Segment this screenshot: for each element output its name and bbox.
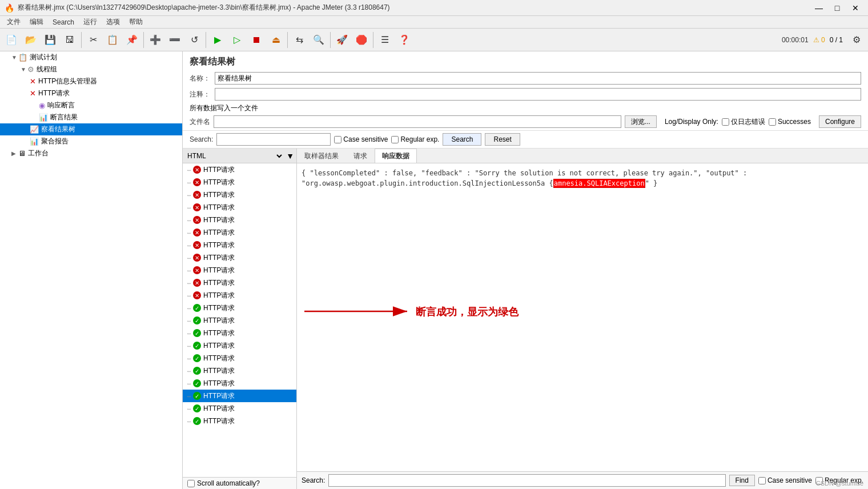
paste-button[interactable]: 📌 bbox=[123, 31, 141, 49]
menu-edit[interactable]: 编辑 bbox=[25, 16, 48, 28]
tree-label-thread: 线程组 bbox=[37, 65, 57, 74]
request-item-13[interactable]: ↔ ✓ HTTP请求 bbox=[183, 314, 296, 327]
clear-button[interactable]: ↺ bbox=[185, 31, 203, 49]
req-label-13: HTTP请求 bbox=[203, 316, 235, 326]
tree-item-http-request[interactable]: ✕ HTTP请求 bbox=[0, 87, 182, 99]
request-item-10[interactable]: ↔ ✕ HTTP请求 bbox=[183, 276, 296, 289]
req-label-17: HTTP请求 bbox=[203, 366, 235, 376]
search-input-top[interactable] bbox=[216, 133, 331, 146]
configure-button[interactable]: Configure bbox=[819, 115, 861, 128]
successes-checkbox[interactable] bbox=[769, 118, 776, 126]
menu-options[interactable]: 选项 bbox=[102, 16, 124, 28]
tree-item-assert-result[interactable]: 📊 断言结果 bbox=[0, 111, 182, 123]
request-item-3[interactable]: ↔ ✕ HTTP请求 bbox=[183, 189, 296, 201]
toolbar-extra-btn[interactable]: ⚙ bbox=[847, 31, 866, 49]
start-no-pause-button[interactable]: ▷ bbox=[228, 31, 246, 49]
close-button[interactable]: ✕ bbox=[847, 2, 863, 14]
regex-label[interactable]: Regular exp. bbox=[391, 135, 439, 143]
tree-item-workbench[interactable]: ▶ 🖥 工作台 bbox=[0, 147, 182, 159]
menu-file[interactable]: 文件 bbox=[2, 16, 25, 28]
reset-button[interactable]: Reset bbox=[485, 133, 520, 146]
errors-checkbox-label[interactable]: 仅日志错误 bbox=[722, 117, 765, 127]
remote-stop-button[interactable]: 🛑 bbox=[352, 31, 371, 49]
tree-item-result-tree[interactable]: 📈 察看结果树 bbox=[0, 123, 182, 135]
request-item-1[interactable]: ↔ ✕ HTTP请求 bbox=[183, 163, 296, 176]
request-item-7[interactable]: ↔ ✕ HTTP请求 bbox=[183, 239, 296, 251]
analyze-button[interactable]: 🔍 bbox=[310, 31, 328, 49]
request-item-15[interactable]: ↔ ✓ HTTP请求 bbox=[183, 339, 296, 352]
open-button[interactable]: 📂 bbox=[22, 31, 40, 49]
req-label-4: HTTP请求 bbox=[203, 203, 235, 213]
tree-item-http-header[interactable]: ✕ HTTP信息头管理器 bbox=[0, 75, 182, 87]
request-item-19[interactable]: ↔ ✓ HTTP请求 bbox=[183, 390, 296, 402]
request-item-21[interactable]: ↔ ✓ HTTP请求 bbox=[183, 415, 296, 427]
toggle-button[interactable]: ⇆ bbox=[290, 31, 308, 49]
remote-start-button[interactable]: 🚀 bbox=[333, 31, 351, 49]
tree-item-thread-group[interactable]: ▼ ⚙ 线程组 bbox=[0, 63, 182, 75]
search-button[interactable]: Search bbox=[443, 133, 481, 146]
maximize-button[interactable]: □ bbox=[829, 2, 845, 14]
request-item-6[interactable]: ↔ ✕ HTTP请求 bbox=[183, 226, 296, 239]
req-label-1: HTTP请求 bbox=[203, 165, 235, 175]
bottom-search-input[interactable] bbox=[328, 474, 725, 487]
start-button[interactable]: ▶ bbox=[208, 31, 227, 49]
view-format-select[interactable]: HTML Text JSON XML Regexp Tester bbox=[183, 150, 284, 162]
request-item-20[interactable]: ↔ ✓ HTTP请求 bbox=[183, 402, 296, 415]
menu-search[interactable]: Search bbox=[48, 17, 79, 27]
save-button[interactable]: 💾 bbox=[41, 31, 59, 49]
browse-button[interactable]: 浏览... bbox=[625, 115, 657, 128]
request-item-2[interactable]: ↔ ✕ HTTP请求 bbox=[183, 176, 296, 189]
remove-button[interactable]: ➖ bbox=[166, 31, 184, 49]
menu-run[interactable]: 运行 bbox=[79, 16, 102, 28]
tree-label-assert-result: 断言结果 bbox=[50, 113, 78, 122]
annotation-container: 断言成功，显示为绿色 bbox=[302, 303, 519, 320]
shutdown-button[interactable]: ⏏ bbox=[267, 31, 285, 49]
detail-panel: 取样器结果 请求 响应数据 { "lessonCompleted" : fals… bbox=[297, 149, 868, 489]
find-button[interactable]: Find bbox=[729, 475, 755, 486]
help-button[interactable]: ❓ bbox=[395, 31, 413, 49]
req-label-19: HTTP请求 bbox=[203, 391, 235, 401]
request-item-8[interactable]: ↔ ✕ HTTP请求 bbox=[183, 251, 296, 264]
annotation-row: 断言成功，显示为绿色 bbox=[302, 303, 863, 320]
copy-button[interactable]: 📋 bbox=[103, 31, 122, 49]
regex-checkbox[interactable] bbox=[391, 136, 399, 143]
tree-item-response-assert[interactable]: ◉ 响应断言 bbox=[0, 99, 182, 111]
comment-input[interactable] bbox=[215, 88, 861, 101]
bottom-case-label[interactable]: Case sensitive bbox=[758, 476, 812, 484]
tab-sampler-result[interactable]: 取样器结果 bbox=[297, 149, 346, 163]
list-button[interactable]: ☰ bbox=[376, 31, 394, 49]
errors-checkbox[interactable] bbox=[722, 118, 729, 126]
bottom-case-checkbox[interactable] bbox=[758, 477, 766, 484]
name-input[interactable] bbox=[215, 72, 861, 85]
filename-input[interactable] bbox=[214, 115, 621, 128]
case-sensitive-checkbox[interactable] bbox=[334, 136, 341, 143]
request-item-12[interactable]: ↔ ✓ HTTP请求 bbox=[183, 302, 296, 314]
request-item-18[interactable]: ↔ ✓ HTTP请求 bbox=[183, 377, 296, 390]
case-sensitive-label[interactable]: Case sensitive bbox=[334, 135, 388, 143]
tree-item-test-plan[interactable]: ▼ 📋 测试计划 bbox=[0, 51, 182, 63]
scroll-auto-checkbox[interactable] bbox=[187, 480, 195, 487]
scroll-auto-label[interactable]: Scroll automatically? bbox=[187, 479, 260, 487]
tree-label-http-header: HTTP信息头管理器 bbox=[38, 77, 97, 86]
tree-arrow-thread: ▼ bbox=[21, 66, 27, 73]
req-label-6: HTTP请求 bbox=[203, 228, 235, 238]
successes-checkbox-label[interactable]: Successes bbox=[769, 118, 811, 126]
save-all-button[interactable]: 🖫 bbox=[61, 31, 79, 49]
menu-help[interactable]: 帮助 bbox=[124, 16, 147, 28]
tree-item-aggregate-report[interactable]: 📊 聚合报告 bbox=[0, 135, 182, 147]
minimize-button[interactable]: — bbox=[811, 2, 827, 14]
cut-button[interactable]: ✂ bbox=[84, 31, 102, 49]
request-item-11[interactable]: ↔ ✕ HTTP请求 bbox=[183, 289, 296, 302]
new-button[interactable]: 📄 bbox=[2, 31, 21, 49]
request-item-5[interactable]: ↔ ✕ HTTP请求 bbox=[183, 214, 296, 226]
tab-response-data[interactable]: 响应数据 bbox=[375, 149, 417, 163]
request-item-9[interactable]: ↔ ✕ HTTP请求 bbox=[183, 264, 296, 276]
request-item-4[interactable]: ↔ ✕ HTTP请求 bbox=[183, 201, 296, 214]
request-item-14[interactable]: ↔ ✓ HTTP请求 bbox=[183, 327, 296, 339]
sort-icon[interactable]: ▼ bbox=[284, 151, 296, 161]
tab-request[interactable]: 请求 bbox=[346, 149, 375, 163]
request-item-17[interactable]: ↔ ✓ HTTP请求 bbox=[183, 364, 296, 377]
stop-button[interactable]: ⏹ bbox=[247, 31, 266, 49]
add-button[interactable]: ➕ bbox=[146, 31, 164, 49]
request-item-16[interactable]: ↔ ✓ HTTP请求 bbox=[183, 352, 296, 364]
